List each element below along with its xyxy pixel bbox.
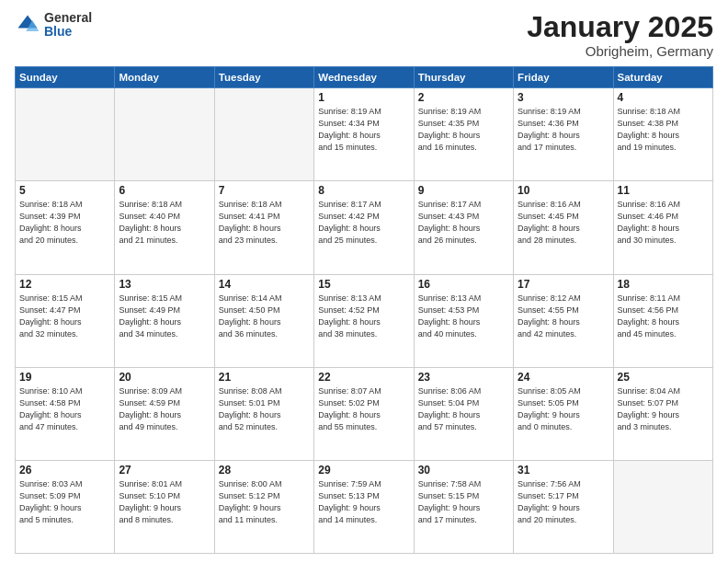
- day-number: 9: [418, 184, 509, 197]
- table-row: 19Sunrise: 8:10 AM Sunset: 4:58 PM Dayli…: [16, 367, 115, 460]
- table-row: 22Sunrise: 8:07 AM Sunset: 5:02 PM Dayli…: [314, 367, 414, 460]
- logo-text: General Blue: [44, 11, 92, 40]
- day-info: Sunrise: 8:19 AM Sunset: 4:35 PM Dayligh…: [418, 106, 509, 154]
- header-friday: Friday: [514, 67, 613, 88]
- table-row: 20Sunrise: 8:09 AM Sunset: 4:59 PM Dayli…: [115, 367, 214, 460]
- day-number: 23: [418, 371, 509, 384]
- day-number: 5: [19, 184, 110, 197]
- day-number: 16: [418, 278, 509, 291]
- month-title: January 2025: [527, 11, 713, 43]
- day-info: Sunrise: 8:04 AM Sunset: 5:07 PM Dayligh…: [618, 385, 709, 433]
- day-number: 6: [119, 184, 210, 197]
- header: General Blue January 2025 Obrigheim, Ger…: [15, 11, 713, 59]
- table-row: 4Sunrise: 8:18 AM Sunset: 4:38 PM Daylig…: [613, 88, 712, 181]
- logo-general-text: General: [44, 11, 92, 25]
- day-number: 10: [518, 184, 609, 197]
- day-number: 20: [119, 371, 210, 384]
- day-info: Sunrise: 8:07 AM Sunset: 5:02 PM Dayligh…: [318, 385, 409, 433]
- day-number: 22: [318, 371, 409, 384]
- table-row: 2Sunrise: 8:19 AM Sunset: 4:35 PM Daylig…: [414, 88, 513, 181]
- table-row: 12Sunrise: 8:15 AM Sunset: 4:47 PM Dayli…: [16, 274, 115, 367]
- day-number: 28: [219, 464, 310, 477]
- day-number: 11: [618, 184, 709, 197]
- day-info: Sunrise: 8:13 AM Sunset: 4:52 PM Dayligh…: [318, 293, 409, 340]
- day-number: 15: [318, 278, 409, 291]
- calendar-week-row: 12Sunrise: 8:15 AM Sunset: 4:47 PM Dayli…: [16, 274, 713, 367]
- table-row: 31Sunrise: 7:56 AM Sunset: 5:17 PM Dayli…: [514, 460, 613, 553]
- day-number: 31: [518, 464, 609, 477]
- table-row: 14Sunrise: 8:14 AM Sunset: 4:50 PM Dayli…: [214, 274, 313, 367]
- day-number: 18: [618, 278, 709, 291]
- logo-icon: [15, 12, 40, 38]
- table-row: 23Sunrise: 8:06 AM Sunset: 5:04 PM Dayli…: [414, 367, 513, 460]
- day-info: Sunrise: 8:17 AM Sunset: 4:42 PM Dayligh…: [318, 199, 409, 247]
- table-row: 1Sunrise: 8:19 AM Sunset: 4:34 PM Daylig…: [314, 88, 414, 181]
- table-row: 9Sunrise: 8:17 AM Sunset: 4:43 PM Daylig…: [414, 181, 513, 274]
- calendar-week-row: 1Sunrise: 8:19 AM Sunset: 4:34 PM Daylig…: [16, 88, 713, 181]
- logo-blue-text: Blue: [44, 25, 92, 39]
- table-row: 13Sunrise: 8:15 AM Sunset: 4:49 PM Dayli…: [115, 274, 214, 367]
- day-number: 13: [119, 278, 210, 291]
- day-info: Sunrise: 8:06 AM Sunset: 5:04 PM Dayligh…: [418, 385, 509, 433]
- day-info: Sunrise: 8:01 AM Sunset: 5:10 PM Dayligh…: [119, 478, 210, 526]
- table-row: [214, 88, 313, 181]
- table-row: 7Sunrise: 8:18 AM Sunset: 4:41 PM Daylig…: [214, 181, 313, 274]
- day-number: 24: [518, 371, 609, 384]
- day-info: Sunrise: 7:56 AM Sunset: 5:17 PM Dayligh…: [518, 478, 609, 526]
- day-info: Sunrise: 8:05 AM Sunset: 5:05 PM Dayligh…: [518, 385, 609, 433]
- table-row: 29Sunrise: 7:59 AM Sunset: 5:13 PM Dayli…: [314, 460, 414, 553]
- header-thursday: Thursday: [414, 67, 513, 88]
- calendar-page: General Blue January 2025 Obrigheim, Ger…: [0, 0, 728, 563]
- table-row: 15Sunrise: 8:13 AM Sunset: 4:52 PM Dayli…: [314, 274, 414, 367]
- day-info: Sunrise: 8:10 AM Sunset: 4:58 PM Dayligh…: [19, 385, 110, 433]
- calendar-week-row: 26Sunrise: 8:03 AM Sunset: 5:09 PM Dayli…: [16, 460, 713, 553]
- day-number: 1: [318, 91, 409, 104]
- day-number: 26: [19, 464, 110, 477]
- table-row: [613, 460, 712, 553]
- table-row: 16Sunrise: 8:13 AM Sunset: 4:53 PM Dayli…: [414, 274, 513, 367]
- day-number: 19: [19, 371, 110, 384]
- day-info: Sunrise: 8:18 AM Sunset: 4:38 PM Dayligh…: [618, 106, 709, 154]
- day-info: Sunrise: 7:58 AM Sunset: 5:15 PM Dayligh…: [418, 478, 509, 526]
- table-row: 24Sunrise: 8:05 AM Sunset: 5:05 PM Dayli…: [514, 367, 613, 460]
- day-info: Sunrise: 7:59 AM Sunset: 5:13 PM Dayligh…: [318, 478, 409, 526]
- day-number: 17: [518, 278, 609, 291]
- day-number: 30: [418, 464, 509, 477]
- day-info: Sunrise: 8:03 AM Sunset: 5:09 PM Dayligh…: [19, 478, 110, 526]
- day-info: Sunrise: 8:18 AM Sunset: 4:41 PM Dayligh…: [219, 199, 310, 247]
- day-number: 29: [318, 464, 409, 477]
- weekday-header-row: Sunday Monday Tuesday Wednesday Thursday…: [16, 67, 713, 88]
- day-info: Sunrise: 8:11 AM Sunset: 4:56 PM Dayligh…: [618, 293, 709, 340]
- table-row: 21Sunrise: 8:08 AM Sunset: 5:01 PM Dayli…: [214, 367, 313, 460]
- table-row: 17Sunrise: 8:12 AM Sunset: 4:55 PM Dayli…: [514, 274, 613, 367]
- table-row: 30Sunrise: 7:58 AM Sunset: 5:15 PM Dayli…: [414, 460, 513, 553]
- day-info: Sunrise: 8:08 AM Sunset: 5:01 PM Dayligh…: [219, 385, 310, 433]
- day-info: Sunrise: 8:19 AM Sunset: 4:34 PM Dayligh…: [318, 106, 409, 154]
- day-number: 7: [219, 184, 310, 197]
- day-info: Sunrise: 8:00 AM Sunset: 5:12 PM Dayligh…: [219, 478, 310, 526]
- day-number: 4: [618, 91, 709, 104]
- day-info: Sunrise: 8:15 AM Sunset: 4:47 PM Dayligh…: [19, 293, 110, 340]
- day-number: 2: [418, 91, 509, 104]
- day-info: Sunrise: 8:16 AM Sunset: 4:45 PM Dayligh…: [518, 199, 609, 247]
- day-number: 8: [318, 184, 409, 197]
- day-info: Sunrise: 8:09 AM Sunset: 4:59 PM Dayligh…: [119, 385, 210, 433]
- day-info: Sunrise: 8:18 AM Sunset: 4:40 PM Dayligh…: [119, 199, 210, 247]
- day-number: 12: [19, 278, 110, 291]
- table-row: 10Sunrise: 8:16 AM Sunset: 4:45 PM Dayli…: [514, 181, 613, 274]
- table-row: 28Sunrise: 8:00 AM Sunset: 5:12 PM Dayli…: [214, 460, 313, 553]
- header-wednesday: Wednesday: [314, 67, 414, 88]
- header-tuesday: Tuesday: [214, 67, 313, 88]
- table-row: 6Sunrise: 8:18 AM Sunset: 4:40 PM Daylig…: [115, 181, 214, 274]
- day-number: 27: [119, 464, 210, 477]
- table-row: 27Sunrise: 8:01 AM Sunset: 5:10 PM Dayli…: [115, 460, 214, 553]
- day-info: Sunrise: 8:16 AM Sunset: 4:46 PM Dayligh…: [618, 199, 709, 247]
- day-info: Sunrise: 8:15 AM Sunset: 4:49 PM Dayligh…: [119, 293, 210, 340]
- calendar-table: Sunday Monday Tuesday Wednesday Thursday…: [15, 66, 713, 554]
- calendar-week-row: 19Sunrise: 8:10 AM Sunset: 4:58 PM Dayli…: [16, 367, 713, 460]
- day-number: 21: [219, 371, 310, 384]
- day-info: Sunrise: 8:19 AM Sunset: 4:36 PM Dayligh…: [518, 106, 609, 154]
- day-info: Sunrise: 8:17 AM Sunset: 4:43 PM Dayligh…: [418, 199, 509, 247]
- table-row: 8Sunrise: 8:17 AM Sunset: 4:42 PM Daylig…: [314, 181, 414, 274]
- location: Obrigheim, Germany: [527, 43, 713, 59]
